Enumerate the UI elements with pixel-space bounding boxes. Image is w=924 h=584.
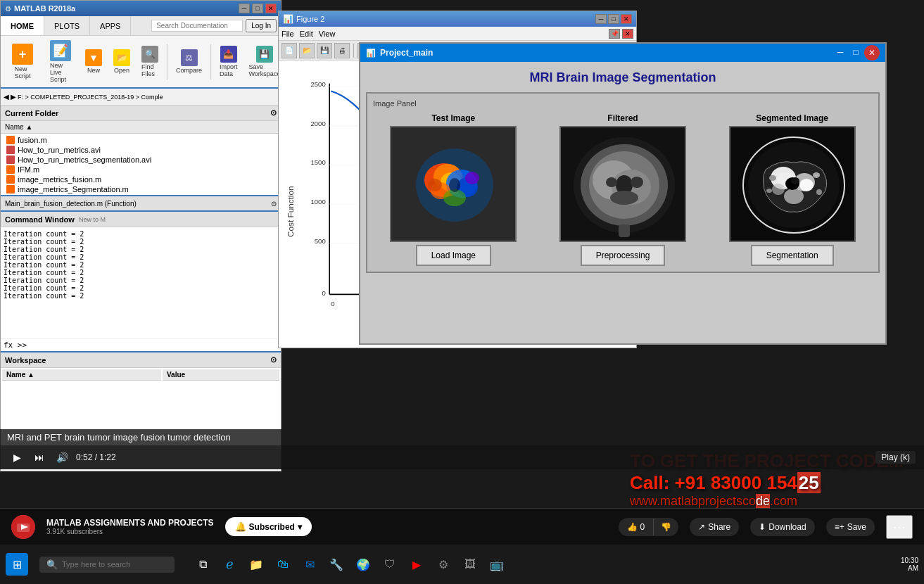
mail-icon: ✉	[305, 558, 315, 571]
settings-button[interactable]: ⚙	[432, 553, 455, 576]
workspace-options[interactable]: ⊙	[270, 355, 277, 364]
share-icon: ↗	[698, 522, 705, 532]
save-button[interactable]: ≡+ Save	[826, 518, 875, 536]
load-image-button[interactable]: Load Image	[416, 245, 491, 266]
project-content: MRI Brain Image Segmentation Image Panel…	[360, 62, 885, 343]
folder-options-icon[interactable]: ⊙	[270, 108, 277, 118]
project-minimize[interactable]: ─	[833, 45, 847, 59]
edge-icon: ℯ	[226, 557, 234, 572]
tab-home[interactable]: HOME	[1, 16, 44, 35]
function-options[interactable]: ⊙	[271, 200, 277, 208]
svg-point-46	[784, 189, 804, 204]
fig2-close[interactable]: ✕	[621, 14, 632, 24]
test-image-display	[390, 126, 517, 242]
log-in-button[interactable]: Log In	[246, 19, 277, 32]
matlab-file-list[interactable]: fusion.m How_to_run_metrics.avi How_to_r…	[1, 134, 281, 195]
video-time: 0:52 / 1:22	[76, 452, 116, 462]
start-button[interactable]: ⊞	[6, 553, 28, 576]
video-title-bar: MRI and PET brain tumor image fusion tum…	[0, 429, 281, 445]
next-button[interactable]: ⏭	[31, 449, 48, 466]
new-script-button[interactable]: + NewScript	[6, 41, 39, 82]
new-button[interactable]: ▼ New	[82, 48, 105, 75]
volume-button[interactable]: 🔊	[53, 449, 70, 466]
file-fusion-m[interactable]: fusion.m	[1, 135, 281, 145]
command-input[interactable]	[30, 341, 278, 349]
fig2-maximize[interactable]: □	[608, 14, 619, 24]
svg-point-47	[772, 184, 785, 195]
file-image-metrics-fusion[interactable]: image_metrics_fusion.m	[1, 174, 281, 184]
find-files-icon: 🔍	[141, 46, 158, 63]
fig2-menu-view[interactable]: View	[319, 30, 336, 38]
fig2-tool-1[interactable]: 📄	[281, 43, 297, 58]
subscribe-button[interactable]: 🔔 Subscribed ▾	[225, 517, 312, 536]
fig2-menu-file[interactable]: File	[281, 30, 294, 38]
fig2-menu-edit[interactable]: Edit	[300, 30, 313, 38]
filtered-image-column: Filtered	[543, 113, 704, 266]
open-button[interactable]: 📂 Open	[110, 48, 133, 75]
tab-plots[interactable]: PLOTS	[44, 16, 90, 35]
forward-btn[interactable]: ▶	[11, 93, 16, 101]
chrome-button[interactable]: 🌍	[352, 553, 374, 576]
channel-logo	[11, 515, 35, 539]
mail-button[interactable]: ✉	[298, 553, 321, 576]
like-button[interactable]: 👍 0	[619, 518, 654, 536]
shield-button[interactable]: 🛡	[379, 553, 401, 576]
store-button[interactable]: 🛍	[272, 553, 294, 576]
store-icon: 🛍	[277, 558, 289, 571]
fig2-pin[interactable]: 📌	[609, 29, 620, 39]
svg-text:1500: 1500	[310, 158, 325, 166]
matlab-close[interactable]: ✕	[265, 4, 277, 13]
iter-line-8: Iteration count = 2	[4, 284, 278, 292]
play-k-label[interactable]: Play (k)	[875, 451, 916, 464]
project-title: Project_main	[380, 48, 433, 58]
svg-point-25	[465, 172, 479, 184]
taskbar-search-box[interactable]: 🔍	[39, 557, 175, 573]
matlab-maximize[interactable]: □	[252, 4, 263, 13]
iter-line-9: Iteration count = 2	[4, 292, 278, 300]
tools-button[interactable]: 🔧	[325, 553, 348, 576]
fig2-tool-2[interactable]: 📂	[299, 43, 315, 58]
fig2-tool-4[interactable]: 🖨	[334, 43, 350, 58]
fig2-close2[interactable]: ✕	[622, 29, 633, 39]
compare-button[interactable]: ⚖ Compare	[173, 48, 205, 75]
watermark-line2: Call: +91 83000 15425	[630, 472, 916, 494]
task-view-icon: ⧉	[199, 558, 207, 571]
file-image-metrics-seg[interactable]: image_metrics_Segmentation.m	[1, 184, 281, 194]
command-prompt[interactable]: fx >>	[1, 338, 281, 351]
figure2-title: 📊 Figure 2	[283, 14, 324, 24]
share-button[interactable]: ↗ Share	[690, 518, 739, 536]
gallery-button[interactable]: 🖼	[459, 553, 481, 576]
segmentation-button[interactable]: Segmentation	[751, 245, 834, 266]
microsoft-edge-button[interactable]: ℯ	[218, 553, 241, 576]
filtered-label: Filtered	[607, 113, 638, 123]
file-run-metrics-seg-avi[interactable]: How_to_run_metrics_segmentation.avi	[1, 155, 281, 165]
more-options-button[interactable]: ⋯	[886, 515, 913, 539]
fig2-tool-3[interactable]: 💾	[317, 43, 332, 58]
command-content[interactable]: Iteration count = 2 Iteration count = 2 …	[1, 227, 281, 338]
file-run-metrics-avi[interactable]: How_to_run_metrics.avi	[1, 145, 281, 155]
matlab-minimize[interactable]: ─	[239, 4, 250, 13]
cast-button[interactable]: 📺	[486, 553, 508, 576]
find-files-button[interactable]: 🔍 Find Files	[139, 44, 161, 79]
segmented-image-display	[729, 126, 856, 242]
youtube-button[interactable]: ▶	[405, 553, 428, 576]
fig2-minimize[interactable]: ─	[595, 14, 607, 24]
download-button[interactable]: ⬇ Download	[750, 518, 814, 536]
svg-text:2500: 2500	[310, 80, 325, 88]
file-explorer-button[interactable]: 📁	[245, 553, 267, 576]
new-live-script-button[interactable]: 📝 NewLive Script	[44, 37, 77, 86]
search-docs-input[interactable]	[151, 20, 243, 32]
back-btn[interactable]: ◀	[4, 93, 9, 101]
file-ifm-m[interactable]: IFM.m	[1, 165, 281, 174]
project-maximize[interactable]: □	[849, 45, 863, 59]
windows-taskbar: ⊞ 🔍 ⧉ ℯ 📁 🛍 ✉ 🔧 🌍 🛡 ▶	[0, 545, 924, 584]
task-view-button[interactable]: ⧉	[191, 553, 214, 576]
taskbar-search-input[interactable]	[62, 560, 167, 569]
file-list-header: Name ▲	[1, 121, 281, 134]
import-data-button[interactable]: 📥 ImportData	[217, 44, 241, 79]
dislike-button[interactable]: 👎	[654, 518, 678, 536]
play-pause-button[interactable]: ▶	[8, 449, 25, 466]
preprocessing-button[interactable]: Preprocessing	[581, 245, 666, 266]
project-close[interactable]: ✕	[864, 45, 880, 61]
tab-apps[interactable]: APPS	[90, 16, 131, 35]
